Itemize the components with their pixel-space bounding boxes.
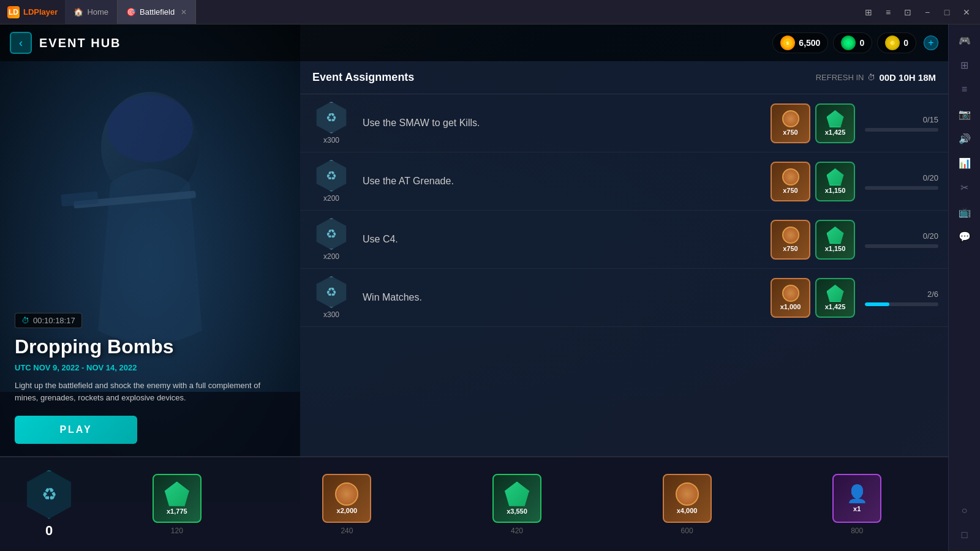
green-currency-icon (841, 36, 856, 50)
milestone-gem-3 (505, 482, 529, 506)
milestone-gem-1 (165, 482, 189, 506)
progress-2: 0/20 (865, 173, 938, 190)
sidebar-icon-display[interactable]: 📺 (954, 201, 976, 223)
milestone-icon-1: x1,775 (153, 474, 202, 523)
assignment-row-2[interactable]: ♻ x200 Use the AT Grenade. x750 x1,150 0… (300, 152, 948, 211)
top-header: ‹ EVENT HUB $ 6,500 0 © 0 + (0, 24, 948, 61)
tab-battlefield[interactable]: 🎯 Battlefield ✕ (118, 0, 196, 24)
timer-value: 00:10:18:17 (33, 316, 75, 325)
battlefield-tab-label: Battlefield (140, 7, 175, 17)
reward-green-3: x1,150 (815, 220, 855, 260)
sidebar-icon-camera[interactable]: 📷 (954, 103, 976, 125)
sidebar-icon-volume[interactable]: 🔊 (954, 127, 976, 149)
rewards-2: x750 x1,150 (771, 162, 855, 201)
reward-amount-bronze-1: x750 (783, 129, 797, 136)
hex-icon-1: ♻ (315, 102, 348, 133)
sidebar-icon-chat[interactable]: 💬 (954, 225, 976, 247)
svg-text:©: © (891, 40, 894, 46)
event-description: Light up the battlefield and shock the e… (15, 380, 285, 403)
milestone-value-4: 600 (681, 527, 693, 535)
window-restore-btn[interactable]: □ (938, 4, 956, 21)
coin-reward-icon-1 (782, 110, 799, 127)
sidebar-icon-square[interactable]: □ (954, 524, 976, 546)
window-close-btn[interactable]: ✕ (958, 4, 975, 21)
coin-icon: © (885, 36, 900, 50)
assignment-row-4[interactable]: ♻ x300 Win Matches. x1,000 x1,425 2/6 (300, 269, 948, 327)
currency-bar: $ 6,500 0 © 0 + (772, 32, 938, 53)
recycle-icon-2: ♻ (326, 168, 337, 183)
recycle-icon-3: ♻ (326, 227, 337, 241)
sidebar-icon-circle[interactable]: ○ (954, 500, 976, 522)
progress-text-2: 0/20 (923, 173, 938, 182)
milestone-value-1: 120 (171, 527, 183, 535)
progress-bar-4 (865, 302, 938, 306)
milestone-3: x3,550 420 (432, 474, 602, 535)
currency-gold: $ 6,500 (772, 32, 828, 53)
assignment-icon-3: ♻ x200 (310, 218, 353, 261)
coin-reward-icon-3 (782, 227, 799, 244)
milestone-coin-4 (676, 482, 699, 506)
multiplier-4: x300 (323, 310, 339, 319)
milestone-value-3: 420 (511, 527, 523, 535)
progress-bar-3 (865, 244, 938, 248)
rewards-3: x750 x1,150 (771, 220, 855, 260)
sidebar-icon-gamepad[interactable]: 🎮 (954, 29, 976, 51)
green-value: 0 (859, 38, 864, 48)
gold-value: 6,500 (799, 38, 820, 48)
back-button[interactable]: ‹ (10, 32, 32, 54)
milestone-5: 👤 x1 800 (772, 474, 942, 535)
play-button[interactable]: PLAY (15, 416, 137, 444)
progress-text-1: 0/15 (923, 115, 938, 124)
current-points: ♻ 0 (6, 470, 92, 539)
reward-amount-bronze-4: x1,000 (780, 303, 801, 310)
app-logo-icon: LD (7, 6, 20, 18)
event-title: Dropping Bombs (15, 335, 285, 358)
reward-green-1: x1,425 (815, 103, 855, 143)
title-bar-left: LD LDPlayer 🏠 Home 🎯 Battlefield ✕ (0, 0, 196, 24)
milestone-amount-3: x3,550 (507, 508, 527, 515)
sidebar-icon-chart[interactable]: 📊 (954, 152, 976, 174)
assignment-row-3[interactable]: ♻ x200 Use C4. x750 x1,150 0/20 (300, 211, 948, 269)
currency-coin: © 0 (877, 32, 916, 53)
sidebar-icon-scissors[interactable]: ✂ (954, 176, 976, 198)
hex-icon-3: ♻ (315, 218, 348, 250)
assignment-row-1[interactable]: ♻ x300 Use the SMAW to get Kills. x750 x… (300, 94, 948, 152)
progress-3: 0/20 (865, 231, 938, 248)
points-hex-icon: ♻ (24, 470, 74, 519)
recycle-icon-4: ♻ (326, 285, 337, 299)
milestone-icon-4: x4,000 (663, 474, 712, 523)
bottom-reward-section: ♻ 0 x1,775 120 x2,000 240 (0, 463, 948, 545)
hex-icon-2: ♻ (315, 160, 348, 192)
task-text-1: Use the SMAW to get Kills. (363, 118, 771, 129)
progress-fill-4 (865, 302, 889, 306)
tab-close-button[interactable]: ✕ (181, 8, 187, 17)
page-title: EVENT HUB (39, 36, 121, 50)
assignment-icon-4: ♻ x300 (310, 276, 353, 319)
milestone-value-2: 240 (341, 527, 353, 535)
reward-bronze-2: x750 (771, 162, 810, 201)
svg-text:$: $ (786, 41, 789, 46)
sidebar-icon-list[interactable]: ≡ (954, 78, 976, 100)
tab-home[interactable]: 🏠 Home (65, 0, 118, 24)
window-menu-btn[interactable]: ≡ (880, 4, 897, 21)
refresh-clock-icon: ⏱ (867, 73, 875, 82)
reward-amount-green-4: x1,425 (825, 303, 846, 310)
add-currency-button[interactable]: + (924, 36, 938, 50)
window-grid-btn[interactable]: ⊞ (860, 4, 877, 21)
gold-icon: $ (780, 36, 795, 50)
right-sidebar: 🎮 ⊞ ≡ 📷 🔊 📊 ✂ 📺 💬 ○ □ (948, 24, 980, 551)
progress-text-3: 0/20 (923, 231, 938, 241)
refresh-time: 00D 10H 18M (879, 72, 936, 83)
milestone-icon-2: x2,000 (322, 474, 371, 523)
reward-amount-green-1: x1,425 (825, 129, 846, 136)
assignment-icon-2: ♻ x200 (310, 160, 353, 203)
reward-amount-bronze-3: x750 (783, 245, 797, 252)
sidebar-icon-grid[interactable]: ⊞ (954, 54, 976, 76)
rewards-bar: ♻ 0 x1,775 120 x2,000 240 (0, 456, 948, 551)
window-expand-btn[interactable]: ⊡ (899, 4, 916, 21)
assignments-title: Event Assignments (312, 71, 414, 84)
timer-icon: ⏱ (21, 316, 29, 325)
currency-green: 0 (833, 32, 872, 53)
svg-marker-8 (845, 39, 852, 47)
window-minimize-btn[interactable]: − (919, 4, 936, 21)
